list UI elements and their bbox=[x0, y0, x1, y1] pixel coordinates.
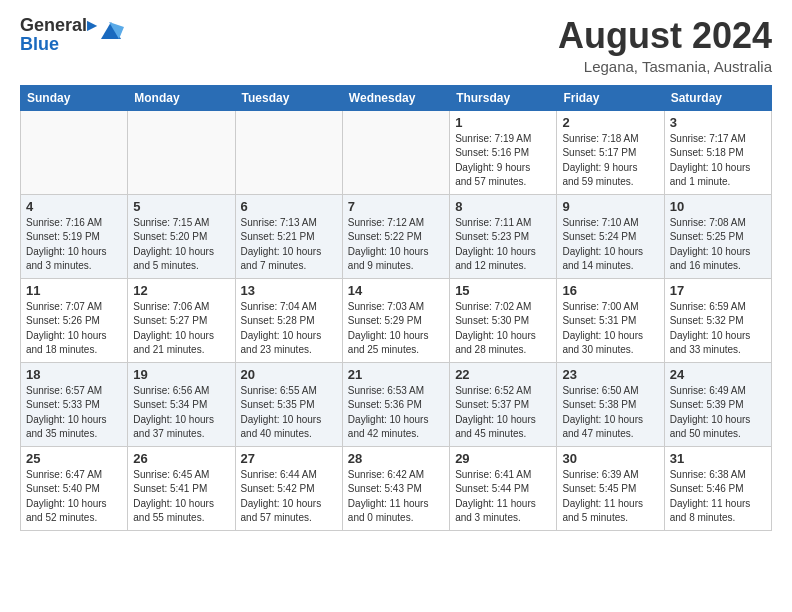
day-info: Sunrise: 6:55 AMSunset: 5:35 PMDaylight:… bbox=[241, 384, 337, 442]
day-info: Sunrise: 6:57 AMSunset: 5:33 PMDaylight:… bbox=[26, 384, 122, 442]
table-row: 24Sunrise: 6:49 AMSunset: 5:39 PMDayligh… bbox=[664, 362, 771, 446]
day-info: Sunrise: 7:03 AMSunset: 5:29 PMDaylight:… bbox=[348, 300, 444, 358]
day-number: 15 bbox=[455, 283, 551, 298]
col-saturday: Saturday bbox=[664, 85, 771, 110]
col-tuesday: Tuesday bbox=[235, 85, 342, 110]
day-info: Sunrise: 7:00 AMSunset: 5:31 PMDaylight:… bbox=[562, 300, 658, 358]
day-info: Sunrise: 7:08 AMSunset: 5:25 PMDaylight:… bbox=[670, 216, 766, 274]
calendar-table: Sunday Monday Tuesday Wednesday Thursday… bbox=[20, 85, 772, 531]
day-number: 4 bbox=[26, 199, 122, 214]
table-row: 27Sunrise: 6:44 AMSunset: 5:42 PMDayligh… bbox=[235, 446, 342, 530]
day-info: Sunrise: 6:38 AMSunset: 5:46 PMDaylight:… bbox=[670, 468, 766, 526]
logo-blue-word: Blue bbox=[20, 34, 59, 55]
col-thursday: Thursday bbox=[450, 85, 557, 110]
day-number: 9 bbox=[562, 199, 658, 214]
table-row: 25Sunrise: 6:47 AMSunset: 5:40 PMDayligh… bbox=[21, 446, 128, 530]
day-info: Sunrise: 6:59 AMSunset: 5:32 PMDaylight:… bbox=[670, 300, 766, 358]
logo-general: General bbox=[20, 15, 87, 35]
table-row: 5Sunrise: 7:15 AMSunset: 5:20 PMDaylight… bbox=[128, 194, 235, 278]
table-row: 15Sunrise: 7:02 AMSunset: 5:30 PMDayligh… bbox=[450, 278, 557, 362]
day-info: Sunrise: 7:17 AMSunset: 5:18 PMDaylight:… bbox=[670, 132, 766, 190]
table-row: 31Sunrise: 6:38 AMSunset: 5:46 PMDayligh… bbox=[664, 446, 771, 530]
day-number: 7 bbox=[348, 199, 444, 214]
table-row: 13Sunrise: 7:04 AMSunset: 5:28 PMDayligh… bbox=[235, 278, 342, 362]
table-row: 16Sunrise: 7:00 AMSunset: 5:31 PMDayligh… bbox=[557, 278, 664, 362]
day-number: 23 bbox=[562, 367, 658, 382]
day-info: Sunrise: 7:16 AMSunset: 5:19 PMDaylight:… bbox=[26, 216, 122, 274]
day-number: 24 bbox=[670, 367, 766, 382]
day-info: Sunrise: 6:47 AMSunset: 5:40 PMDaylight:… bbox=[26, 468, 122, 526]
col-wednesday: Wednesday bbox=[342, 85, 449, 110]
day-info: Sunrise: 7:11 AMSunset: 5:23 PMDaylight:… bbox=[455, 216, 551, 274]
day-number: 5 bbox=[133, 199, 229, 214]
day-info: Sunrise: 6:52 AMSunset: 5:37 PMDaylight:… bbox=[455, 384, 551, 442]
day-number: 17 bbox=[670, 283, 766, 298]
day-number: 12 bbox=[133, 283, 229, 298]
table-row: 22Sunrise: 6:52 AMSunset: 5:37 PMDayligh… bbox=[450, 362, 557, 446]
table-row bbox=[128, 110, 235, 194]
calendar-row: 18Sunrise: 6:57 AMSunset: 5:33 PMDayligh… bbox=[21, 362, 772, 446]
day-number: 27 bbox=[241, 451, 337, 466]
col-friday: Friday bbox=[557, 85, 664, 110]
logo-icon bbox=[98, 17, 124, 43]
calendar-row: 25Sunrise: 6:47 AMSunset: 5:40 PMDayligh… bbox=[21, 446, 772, 530]
day-info: Sunrise: 7:10 AMSunset: 5:24 PMDaylight:… bbox=[562, 216, 658, 274]
table-row: 23Sunrise: 6:50 AMSunset: 5:38 PMDayligh… bbox=[557, 362, 664, 446]
day-info: Sunrise: 7:12 AMSunset: 5:22 PMDaylight:… bbox=[348, 216, 444, 274]
day-number: 20 bbox=[241, 367, 337, 382]
col-monday: Monday bbox=[128, 85, 235, 110]
day-info: Sunrise: 6:45 AMSunset: 5:41 PMDaylight:… bbox=[133, 468, 229, 526]
month-year: August 2024 bbox=[558, 16, 772, 56]
day-info: Sunrise: 6:42 AMSunset: 5:43 PMDaylight:… bbox=[348, 468, 444, 526]
calendar-row: 1Sunrise: 7:19 AMSunset: 5:16 PMDaylight… bbox=[21, 110, 772, 194]
page: General▸ Blue August 2024 Legana, Tasman… bbox=[0, 0, 792, 612]
day-number: 1 bbox=[455, 115, 551, 130]
table-row: 8Sunrise: 7:11 AMSunset: 5:23 PMDaylight… bbox=[450, 194, 557, 278]
day-number: 25 bbox=[26, 451, 122, 466]
table-row: 30Sunrise: 6:39 AMSunset: 5:45 PMDayligh… bbox=[557, 446, 664, 530]
day-info: Sunrise: 6:44 AMSunset: 5:42 PMDaylight:… bbox=[241, 468, 337, 526]
day-info: Sunrise: 6:41 AMSunset: 5:44 PMDaylight:… bbox=[455, 468, 551, 526]
table-row: 20Sunrise: 6:55 AMSunset: 5:35 PMDayligh… bbox=[235, 362, 342, 446]
day-number: 3 bbox=[670, 115, 766, 130]
table-row: 3Sunrise: 7:17 AMSunset: 5:18 PMDaylight… bbox=[664, 110, 771, 194]
calendar-row: 11Sunrise: 7:07 AMSunset: 5:26 PMDayligh… bbox=[21, 278, 772, 362]
day-info: Sunrise: 7:13 AMSunset: 5:21 PMDaylight:… bbox=[241, 216, 337, 274]
day-info: Sunrise: 7:02 AMSunset: 5:30 PMDaylight:… bbox=[455, 300, 551, 358]
table-row: 14Sunrise: 7:03 AMSunset: 5:29 PMDayligh… bbox=[342, 278, 449, 362]
table-row: 21Sunrise: 6:53 AMSunset: 5:36 PMDayligh… bbox=[342, 362, 449, 446]
day-info: Sunrise: 6:39 AMSunset: 5:45 PMDaylight:… bbox=[562, 468, 658, 526]
day-number: 14 bbox=[348, 283, 444, 298]
day-info: Sunrise: 6:50 AMSunset: 5:38 PMDaylight:… bbox=[562, 384, 658, 442]
table-row: 12Sunrise: 7:06 AMSunset: 5:27 PMDayligh… bbox=[128, 278, 235, 362]
table-row: 28Sunrise: 6:42 AMSunset: 5:43 PMDayligh… bbox=[342, 446, 449, 530]
header: General▸ Blue August 2024 Legana, Tasman… bbox=[20, 16, 772, 75]
day-info: Sunrise: 7:15 AMSunset: 5:20 PMDaylight:… bbox=[133, 216, 229, 274]
table-row bbox=[21, 110, 128, 194]
day-info: Sunrise: 6:53 AMSunset: 5:36 PMDaylight:… bbox=[348, 384, 444, 442]
day-info: Sunrise: 7:04 AMSunset: 5:28 PMDaylight:… bbox=[241, 300, 337, 358]
calendar-header-row: Sunday Monday Tuesday Wednesday Thursday… bbox=[21, 85, 772, 110]
day-number: 16 bbox=[562, 283, 658, 298]
day-info: Sunrise: 6:56 AMSunset: 5:34 PMDaylight:… bbox=[133, 384, 229, 442]
day-number: 6 bbox=[241, 199, 337, 214]
table-row: 2Sunrise: 7:18 AMSunset: 5:17 PMDaylight… bbox=[557, 110, 664, 194]
day-number: 26 bbox=[133, 451, 229, 466]
table-row: 11Sunrise: 7:07 AMSunset: 5:26 PMDayligh… bbox=[21, 278, 128, 362]
logo-blue-text: ▸ bbox=[87, 15, 96, 35]
day-number: 28 bbox=[348, 451, 444, 466]
day-info: Sunrise: 7:06 AMSunset: 5:27 PMDaylight:… bbox=[133, 300, 229, 358]
day-info: Sunrise: 7:18 AMSunset: 5:17 PMDaylight:… bbox=[562, 132, 658, 190]
day-number: 30 bbox=[562, 451, 658, 466]
day-info: Sunrise: 6:49 AMSunset: 5:39 PMDaylight:… bbox=[670, 384, 766, 442]
location: Legana, Tasmania, Australia bbox=[558, 58, 772, 75]
day-number: 18 bbox=[26, 367, 122, 382]
table-row: 26Sunrise: 6:45 AMSunset: 5:41 PMDayligh… bbox=[128, 446, 235, 530]
day-number: 22 bbox=[455, 367, 551, 382]
table-row bbox=[342, 110, 449, 194]
table-row: 29Sunrise: 6:41 AMSunset: 5:44 PMDayligh… bbox=[450, 446, 557, 530]
day-number: 11 bbox=[26, 283, 122, 298]
day-number: 29 bbox=[455, 451, 551, 466]
table-row: 9Sunrise: 7:10 AMSunset: 5:24 PMDaylight… bbox=[557, 194, 664, 278]
table-row: 1Sunrise: 7:19 AMSunset: 5:16 PMDaylight… bbox=[450, 110, 557, 194]
